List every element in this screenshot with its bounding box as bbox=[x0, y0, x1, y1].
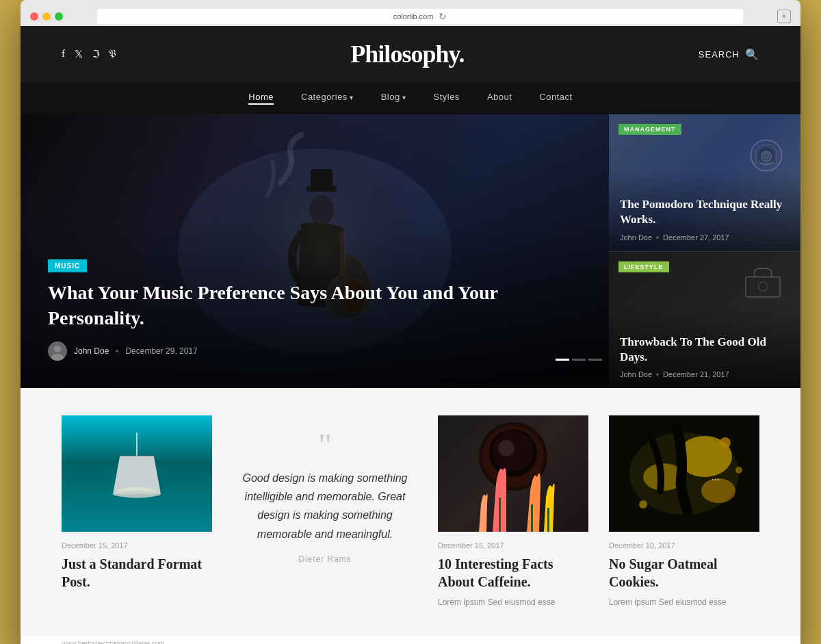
navigation: Home Categories Blog Styles About Contac… bbox=[21, 82, 800, 114]
dot-red[interactable] bbox=[30, 12, 38, 21]
card2-separator bbox=[656, 373, 659, 376]
browser-dots bbox=[30, 12, 63, 21]
twitter-icon[interactable]: 𝕏 bbox=[75, 48, 83, 60]
card2-meta: John Doe December 21, 2017 bbox=[620, 370, 790, 378]
quote-text: Good design is making something intellig… bbox=[239, 469, 410, 543]
site-header: f 𝕏 ℑ 𝔓 Philosophy. SEARCH 🔍 bbox=[21, 26, 800, 82]
instagram-icon[interactable]: ℑ bbox=[92, 48, 99, 60]
nav-about[interactable]: About bbox=[487, 92, 512, 105]
hero-meta: John Doe December 29, 2017 bbox=[48, 342, 595, 361]
card2-title: Throwback To The Good Old Days. bbox=[620, 335, 790, 365]
svg-point-12 bbox=[54, 346, 61, 352]
social-icons: f 𝕏 ℑ 𝔓 bbox=[62, 48, 116, 60]
card2-category: LIFESTYLE bbox=[618, 261, 669, 272]
svg-point-22 bbox=[113, 491, 161, 498]
quote-marks: " bbox=[239, 429, 410, 462]
hero-card-1[interactable]: MANAGEMENT The Pomodoro Technique Really… bbox=[609, 114, 800, 251]
post-cookies-title: No Sugar Oatmeal Cookies. bbox=[609, 555, 759, 591]
card1-date: December 27, 2017 bbox=[663, 233, 729, 242]
hero-card-2[interactable]: LIFESTYLE Throwback To The Good Old Days… bbox=[609, 251, 800, 389]
browser-chrome: colorlib.com ↻ + bbox=[21, 0, 800, 26]
svg-rect-30 bbox=[547, 508, 549, 532]
card2-author: John Doe bbox=[620, 370, 652, 378]
card2-content: Throwback To The Good Old Days. John Doe… bbox=[609, 325, 800, 388]
nav-blog[interactable]: Blog bbox=[381, 92, 406, 105]
card1-content: The Pomodoro Technique Really Works. Joh… bbox=[609, 188, 800, 250]
nav-dot-3 bbox=[588, 359, 602, 361]
author-avatar bbox=[48, 342, 67, 361]
svg-rect-29 bbox=[531, 504, 533, 532]
post-lamp[interactable]: December 15, 2017 Just a Standard Format… bbox=[62, 415, 212, 591]
hero-date: December 29, 2017 bbox=[125, 346, 197, 356]
site-title: Philosophy. bbox=[350, 40, 464, 68]
hero-category-badge[interactable]: MUSIC bbox=[48, 259, 87, 272]
hero-side-cards: MANAGEMENT The Pomodoro Technique Really… bbox=[609, 114, 800, 388]
card1-category: MANAGEMENT bbox=[618, 124, 681, 135]
nav-dot-2 bbox=[572, 359, 586, 361]
quote-author: Dieter Rams bbox=[239, 554, 410, 564]
footer-bar: www.heritagechristiancollege.com bbox=[21, 636, 800, 644]
new-tab-button[interactable]: + bbox=[777, 10, 791, 23]
post-cookies[interactable]: ··· December 10, 2017 No Sugar Oatmeal C… bbox=[609, 415, 759, 608]
post-lamp-image bbox=[62, 415, 212, 532]
post-lamp-date: December 15, 2017 bbox=[62, 541, 212, 550]
nav-categories[interactable]: Categories bbox=[301, 92, 354, 105]
dot-yellow[interactable] bbox=[42, 12, 51, 21]
hero-author: John Doe bbox=[74, 346, 109, 356]
website-content: f 𝕏 ℑ 𝔓 Philosophy. SEARCH 🔍 Home Catego… bbox=[21, 26, 800, 644]
post-cookies-excerpt: Lorem ipsum Sed eiusmod esse bbox=[609, 596, 759, 608]
post-caffeine-date: December 15, 2017 bbox=[438, 541, 588, 550]
search-area[interactable]: SEARCH 🔍 bbox=[699, 48, 759, 61]
cookies-svg: ··· bbox=[609, 415, 759, 532]
meta-separator bbox=[116, 350, 118, 352]
post-quote: " Good design is making something intell… bbox=[233, 415, 417, 578]
browser-window: colorlib.com ↻ + f 𝕏 ℑ 𝔓 Philosophy. SEA… bbox=[21, 0, 800, 644]
nav-styles[interactable]: Styles bbox=[433, 92, 459, 105]
posts-grid: December 15, 2017 Just a Standard Format… bbox=[62, 415, 759, 608]
hero-content: MUSIC What Your Music Preference Says Ab… bbox=[48, 259, 595, 361]
post-cookies-image: ··· bbox=[609, 415, 759, 532]
svg-rect-28 bbox=[499, 498, 501, 532]
pinterest-icon[interactable]: 𝔓 bbox=[109, 48, 116, 60]
post-lamp-title: Just a Standard Format Post. bbox=[62, 555, 212, 591]
nav-home[interactable]: Home bbox=[248, 92, 274, 105]
post-caffeine-title: 10 Interesting Facts About Caffeine. bbox=[438, 555, 588, 591]
nav-contact[interactable]: Contact bbox=[539, 92, 572, 105]
svg-point-27 bbox=[498, 440, 514, 456]
main-content: December 15, 2017 Just a Standard Format… bbox=[21, 388, 800, 636]
hero-section: MUSIC What Your Music Preference Says Ab… bbox=[21, 114, 800, 388]
coffee-flowers-svg bbox=[438, 415, 588, 532]
card1-author: John Doe bbox=[620, 233, 652, 242]
lamp-svg bbox=[109, 433, 164, 515]
post-caffeine[interactable]: December 15, 2017 10 Interesting Facts A… bbox=[438, 415, 588, 608]
hero-nav-dots bbox=[556, 359, 602, 361]
card1-meta: John Doe December 27, 2017 bbox=[620, 233, 790, 242]
card1-separator bbox=[656, 236, 659, 239]
search-label: SEARCH bbox=[699, 49, 740, 60]
post-cookies-date: December 10, 2017 bbox=[609, 541, 759, 550]
card2-date: December 21, 2017 bbox=[663, 370, 729, 378]
card1-title: The Pomodoro Technique Really Works. bbox=[620, 197, 790, 227]
svg-point-37 bbox=[639, 500, 647, 508]
post-coffee-image bbox=[438, 415, 588, 532]
svg-text:···: ··· bbox=[712, 474, 720, 486]
dot-green[interactable] bbox=[55, 12, 63, 21]
hero-title: What Your Music Preference Says About Yo… bbox=[48, 281, 595, 331]
footer-url: www.heritagechristiancollege.com bbox=[62, 640, 165, 644]
nav-dot-1 bbox=[556, 359, 569, 361]
address-bar[interactable]: colorlib.com ↻ bbox=[97, 9, 743, 24]
reload-icon[interactable]: ↻ bbox=[439, 11, 447, 22]
post-caffeine-excerpt: Lorem ipsum Sed eiusmod esse bbox=[438, 596, 588, 608]
hero-main[interactable]: MUSIC What Your Music Preference Says Ab… bbox=[21, 114, 609, 388]
svg-point-36 bbox=[720, 437, 731, 448]
address-text: colorlib.com bbox=[393, 12, 434, 21]
svg-point-38 bbox=[735, 467, 742, 474]
search-icon[interactable]: 🔍 bbox=[745, 48, 759, 61]
facebook-icon[interactable]: f bbox=[62, 48, 65, 60]
